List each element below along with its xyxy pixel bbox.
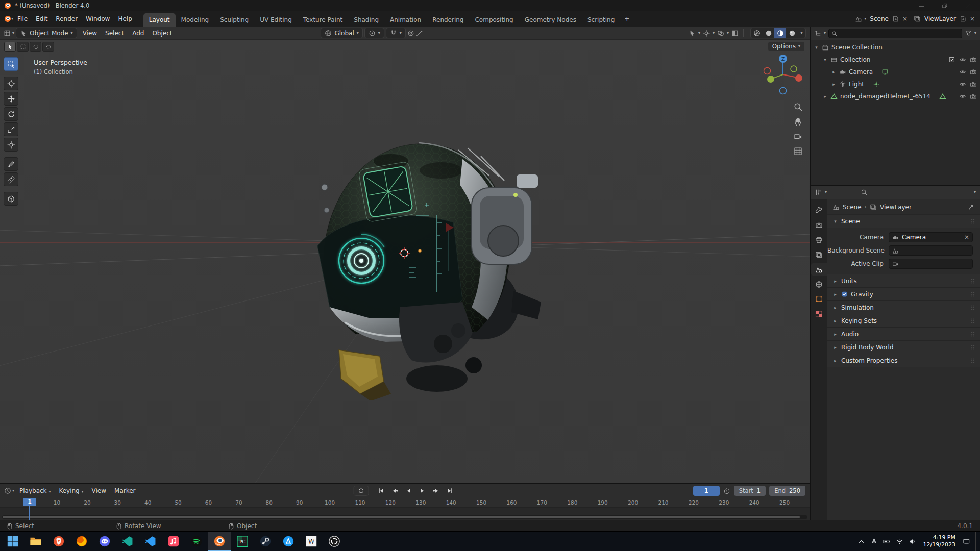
tool-annotate[interactable]	[4, 157, 18, 171]
outliner-search-input[interactable]	[828, 29, 962, 38]
auto-keying-button[interactable]	[354, 486, 369, 496]
workspace-tab-shading[interactable]: Shading	[348, 13, 384, 27]
tool-cursor[interactable]	[4, 77, 18, 90]
select-box-mode-button[interactable]	[17, 42, 29, 52]
select-lasso-button[interactable]	[42, 42, 54, 52]
workspace-tab-animation[interactable]: Animation	[384, 13, 427, 27]
camera-render-icon[interactable]	[970, 93, 977, 100]
expand-icon[interactable]: ▸	[832, 292, 838, 297]
expand-icon[interactable]: ▸	[832, 305, 838, 310]
hidden-icons-chevron-icon[interactable]	[857, 538, 865, 545]
expand-icon[interactable]: ▸	[832, 279, 838, 284]
eye-icon[interactable]	[959, 93, 966, 100]
camera-view-icon[interactable]	[793, 132, 803, 141]
proportional-edit-icon[interactable]	[407, 30, 414, 37]
timeline-menu-keying[interactable]: Keying ▾	[55, 486, 87, 496]
play-reverse-button[interactable]	[402, 486, 415, 496]
workspace-tab-layout[interactable]: Layout	[143, 13, 176, 27]
taskbar-app-store[interactable]	[277, 532, 300, 551]
scene-section-header[interactable]: ▾ Scene	[827, 215, 980, 228]
falloff-curve-icon[interactable]	[416, 30, 423, 37]
taskbar-file-explorer[interactable]	[24, 532, 47, 551]
menu-render[interactable]: Render	[52, 14, 82, 24]
timeline-menu-marker[interactable]: Marker	[110, 486, 139, 496]
expand-icon[interactable]: ▸	[832, 345, 838, 350]
expand-icon[interactable]: ▸	[832, 358, 838, 363]
drag-dots-icon[interactable]	[970, 218, 976, 225]
restore-button[interactable]	[933, 0, 957, 11]
expand-icon[interactable]: ▸	[832, 318, 838, 323]
timeline-scroll-thumb[interactable]	[3, 516, 800, 518]
properties-tab-world[interactable]	[811, 278, 827, 291]
minimize-button[interactable]	[910, 0, 933, 11]
properties-search-icon[interactable]	[861, 189, 868, 196]
volume-icon[interactable]	[909, 538, 916, 545]
menu-window[interactable]: Window	[82, 14, 114, 24]
drag-dots-icon[interactable]	[970, 357, 976, 364]
outliner-row-camera[interactable]: ▸Camera	[811, 66, 980, 78]
taskbar-wikipedia[interactable]: W	[300, 532, 323, 551]
timeline-editor-icon[interactable]	[4, 487, 11, 494]
properties-tab-object[interactable]	[811, 292, 827, 306]
properties-tab-texture[interactable]	[811, 307, 827, 320]
current-frame-field[interactable]: 1	[693, 486, 720, 496]
expand-icon[interactable]: ▸	[832, 332, 838, 337]
properties-tab-output[interactable]	[811, 233, 827, 246]
use-preview-range-icon[interactable]	[723, 487, 730, 494]
expand-icon[interactable]: ▸	[831, 82, 837, 87]
clock[interactable]: 4:19 PM 12/19/2023	[923, 534, 955, 549]
workspace-tab-rendering[interactable]: Rendering	[427, 13, 469, 27]
panel-units[interactable]: ▸Units	[827, 274, 980, 288]
new-scene-icon[interactable]	[892, 15, 899, 22]
breadcrumb-scene[interactable]: Scene	[843, 204, 862, 211]
viewport-menu-view[interactable]: View	[79, 28, 101, 38]
microphone-icon[interactable]	[870, 538, 878, 545]
notifications-icon[interactable]	[963, 538, 970, 545]
properties-tab-tool[interactable]	[811, 204, 827, 217]
new-viewlayer-icon[interactable]	[960, 15, 967, 22]
cursor-3d[interactable]	[398, 247, 410, 259]
network-icon[interactable]	[896, 538, 903, 545]
camera-render-icon[interactable]	[970, 56, 977, 63]
select-circle-button[interactable]	[30, 42, 41, 52]
menu-help[interactable]: Help	[114, 14, 136, 24]
drag-dots-icon[interactable]	[970, 344, 976, 351]
taskbar-obs[interactable]	[323, 532, 346, 551]
selectability-icon[interactable]	[689, 30, 696, 37]
xray-icon[interactable]	[731, 30, 739, 37]
clear-camera-button[interactable]: ×	[964, 234, 969, 241]
camera-render-icon[interactable]	[970, 81, 977, 88]
breadcrumb-viewlayer[interactable]: ViewLayer	[880, 204, 912, 211]
workspace-tab-texture-paint[interactable]: Texture Paint	[298, 13, 348, 27]
drag-dots-icon[interactable]	[970, 304, 976, 311]
outliner-editor-icon[interactable]	[814, 30, 821, 37]
panel-keying-sets[interactable]: ▸Keying Sets	[827, 314, 980, 328]
jump-to-end-button[interactable]	[444, 486, 456, 496]
shading-material-button[interactable]	[774, 28, 786, 38]
unlink-scene-button[interactable]: ×	[901, 15, 909, 22]
drag-dots-icon[interactable]	[970, 317, 976, 324]
tool-scale[interactable]	[4, 122, 18, 136]
taskbar-music[interactable]	[162, 532, 185, 551]
editor-type-icon[interactable]	[4, 30, 11, 37]
jump-to-start-button[interactable]	[375, 486, 387, 496]
workspace-tab-uv-editing[interactable]: UV Editing	[254, 13, 298, 27]
close-button[interactable]	[957, 0, 980, 11]
menu-edit[interactable]: Edit	[32, 14, 52, 24]
collapse-icon[interactable]: ▾	[822, 57, 828, 62]
taskbar-steam[interactable]	[254, 532, 277, 551]
gizmos-icon[interactable]	[703, 30, 710, 37]
active-clip-field[interactable]	[889, 259, 973, 269]
viewport-menu-select[interactable]: Select	[101, 28, 128, 38]
outliner-row-scene-collection[interactable]: ▾Scene Collection	[811, 41, 980, 54]
properties-tab-view-layer[interactable]	[811, 248, 827, 261]
taskbar-discord[interactable]	[93, 532, 116, 551]
panel-audio[interactable]: ▸Audio	[827, 328, 980, 341]
viewport-menu-add[interactable]: Add	[128, 28, 148, 38]
taskbar-brave[interactable]	[47, 532, 70, 551]
viewport-menu-object[interactable]: Object	[148, 28, 176, 38]
tool-select-box[interactable]	[4, 57, 18, 71]
pivot-dropdown[interactable]: ▾	[364, 28, 384, 38]
timeline-scrollbar[interactable]	[2, 515, 807, 519]
shading-rendered-button[interactable]	[786, 28, 798, 38]
